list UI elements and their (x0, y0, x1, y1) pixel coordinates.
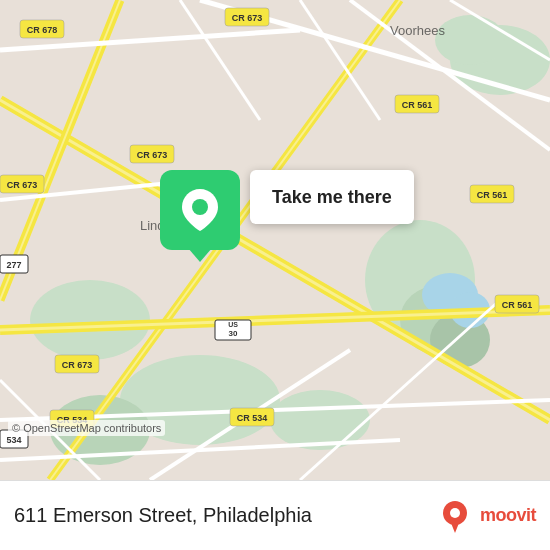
bottom-bar: 611 Emerson Street, Philadelphia moovit (0, 480, 550, 550)
location-pin-icon (182, 189, 218, 231)
svg-marker-64 (451, 523, 459, 533)
svg-text:CR 673: CR 673 (7, 180, 38, 190)
svg-text:534: 534 (6, 435, 21, 445)
svg-text:CR 534: CR 534 (237, 413, 268, 423)
address-label: 611 Emerson Street, Philadelphia (14, 504, 438, 527)
moovit-logo: moovit (438, 499, 536, 533)
svg-point-11 (435, 15, 505, 65)
svg-text:CR 561: CR 561 (502, 300, 533, 310)
svg-text:277: 277 (6, 260, 21, 270)
moovit-text: moovit (480, 505, 536, 526)
svg-text:30: 30 (229, 329, 238, 338)
svg-text:US: US (228, 321, 238, 328)
take-me-there-button[interactable]: Take me there (250, 170, 414, 224)
svg-text:CR 673: CR 673 (62, 360, 93, 370)
map-pin (160, 170, 240, 250)
map-container: CR 678 CR 673 CR 673 CR 673 CR 673 CR 56… (0, 0, 550, 480)
map-attribution: © OpenStreetMap contributors (8, 420, 165, 436)
svg-text:CR 561: CR 561 (477, 190, 508, 200)
svg-point-63 (450, 508, 460, 518)
svg-text:Voorhees: Voorhees (390, 23, 445, 38)
svg-point-61 (192, 199, 208, 215)
svg-point-6 (30, 280, 150, 360)
tooltip-container: Take me there (160, 170, 240, 250)
map-svg: CR 678 CR 673 CR 673 CR 673 CR 673 CR 56… (0, 0, 550, 480)
moovit-logo-icon (438, 499, 472, 533)
svg-text:CR 673: CR 673 (137, 150, 168, 160)
svg-text:CR 678: CR 678 (27, 25, 58, 35)
svg-text:CR 673: CR 673 (232, 13, 263, 23)
svg-text:CR 561: CR 561 (402, 100, 433, 110)
